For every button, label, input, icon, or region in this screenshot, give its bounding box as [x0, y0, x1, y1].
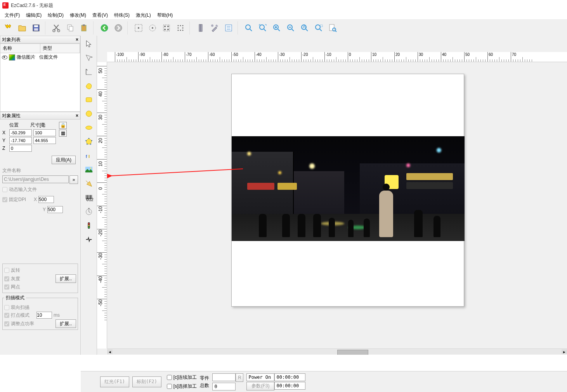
svg-point-21 [180, 25, 181, 26]
cont-check[interactable] [167, 375, 172, 380]
zoom-sel-button[interactable] [312, 21, 325, 35]
h-scrollbar[interactable]: ◄ ► [107, 349, 567, 355]
svg-point-45 [88, 138, 89, 139]
svg-rect-28 [199, 24, 201, 31]
curve-tool[interactable] [82, 79, 95, 92]
menu-help[interactable]: 帮助(H) [154, 11, 176, 19]
polygon-tool[interactable] [82, 135, 95, 148]
new-button[interactable] [2, 21, 15, 35]
select-tool[interactable] [82, 37, 95, 50]
total-field[interactable]: 0 [212, 383, 236, 390]
svg-point-58 [88, 223, 90, 225]
parts-label: 零件 [200, 375, 209, 382]
y-input[interactable] [9, 137, 32, 144]
menu-draw[interactable]: 绘制(D) [45, 11, 67, 19]
save-button[interactable] [29, 21, 43, 35]
zoom-a-button[interactable]: A [298, 21, 311, 35]
zoom-all-button[interactable] [256, 21, 269, 35]
lock-icon[interactable]: 🔒 [59, 122, 67, 129]
dots-label: 网点 [11, 284, 20, 290]
red-light-button[interactable]: 红光(F1) [100, 376, 129, 387]
menu-file[interactable]: 文件(F) [2, 11, 23, 19]
bitmap-tool[interactable] [82, 163, 95, 176]
canvas-stage[interactable] [107, 62, 567, 349]
objlist-close-icon[interactable]: × [76, 37, 78, 42]
left-panel: 对象列表 × 名称 类型 微信图片 位图文件 对象属性 × [0, 36, 81, 355]
dots1-button[interactable] [132, 21, 145, 35]
dpi-x-input[interactable] [38, 196, 54, 203]
zoom-page-button[interactable] [326, 21, 339, 35]
text-tool[interactable]: fI [82, 149, 95, 162]
encoder-tool[interactable] [82, 233, 95, 246]
dpi-y-input[interactable] [47, 206, 63, 213]
menu-edit[interactable]: 编辑(E) [23, 11, 45, 19]
zoom-button[interactable] [242, 21, 255, 35]
scroll-thumb[interactable] [337, 350, 368, 355]
zoom-out-button[interactable] [284, 21, 297, 35]
objprops-header: 对象属性 × [0, 112, 80, 120]
scroll-left-icon[interactable]: ◄ [107, 349, 113, 354]
z-input[interactable] [9, 145, 32, 152]
time1-field: 00:00:00 [274, 373, 305, 381]
dots2-button[interactable] [146, 21, 159, 35]
w-input[interactable] [33, 129, 56, 136]
tools-button[interactable] [208, 21, 221, 35]
mark-button[interactable]: 标刻(F2) [132, 376, 161, 387]
grid-icon[interactable]: ▦ [59, 130, 67, 137]
scroll-right-icon[interactable]: ► [562, 349, 567, 354]
barcode-tool[interactable]: 01234 [82, 191, 95, 204]
zoom-in-button[interactable] [270, 21, 283, 35]
ruler-button[interactable] [194, 21, 207, 35]
pos-label: 位置 [9, 122, 19, 128]
dotval-input[interactable] [36, 312, 52, 319]
y-label: Y [2, 138, 8, 143]
visibility-icon[interactable] [2, 56, 7, 59]
bitmap-image[interactable] [232, 136, 465, 241]
col-type[interactable]: 类型 [40, 44, 80, 53]
browse-button[interactable]: » [69, 175, 78, 184]
param-button[interactable]: 参数(F3) [246, 382, 274, 390]
menu-special[interactable]: 特殊(S) [111, 11, 133, 19]
parts-field[interactable] [212, 373, 236, 381]
svg-rect-6 [69, 26, 73, 31]
x-input[interactable] [9, 129, 32, 136]
svg-point-38 [316, 25, 320, 29]
undo-button[interactable] [98, 21, 111, 35]
dots-check [4, 284, 9, 290]
expand1-button[interactable]: 扩展.. [55, 274, 76, 283]
copy-button[interactable] [64, 21, 77, 35]
dots4-button[interactable] [174, 21, 187, 35]
node-tool[interactable] [82, 51, 95, 64]
expand2-button[interactable]: 扩展.. [55, 319, 76, 328]
open-button[interactable] [16, 21, 29, 35]
file-label: 文件名称 [2, 167, 78, 174]
r-button[interactable]: R [236, 373, 243, 382]
menu-view[interactable]: 查看(V) [89, 11, 111, 19]
apply-button[interactable]: 应用(A) [52, 156, 76, 164]
h-input[interactable] [33, 137, 56, 144]
rect-tool[interactable] [82, 93, 95, 106]
menu-laser[interactable]: 激光(L) [133, 11, 154, 19]
svg-point-30 [211, 24, 213, 27]
list-button[interactable] [222, 21, 235, 35]
tool-column: fI 01234 [81, 36, 97, 355]
col-name[interactable]: 名称 [0, 44, 40, 53]
redo-button[interactable] [112, 21, 125, 35]
toolbar-main: A [0, 19, 567, 36]
circle-tool[interactable] [82, 107, 95, 120]
io-tool[interactable] [82, 219, 95, 232]
objprops-close-icon[interactable]: × [76, 113, 78, 118]
dots3-button[interactable] [160, 21, 173, 35]
ellipse-tool[interactable] [82, 121, 95, 134]
menu-modify[interactable]: 修改(M) [67, 11, 89, 19]
paste-button[interactable] [78, 21, 91, 35]
svg-rect-7 [81, 25, 86, 31]
workpiece-page [231, 74, 464, 307]
cut-button[interactable] [50, 21, 63, 35]
vector-tool[interactable] [82, 177, 95, 190]
svg-text:01234: 01234 [86, 197, 93, 202]
objlist-item[interactable]: 微信图片 位图文件 [0, 53, 80, 61]
line-tool[interactable] [82, 65, 95, 78]
timer-tool[interactable] [82, 205, 95, 218]
sel-check[interactable] [167, 384, 172, 389]
